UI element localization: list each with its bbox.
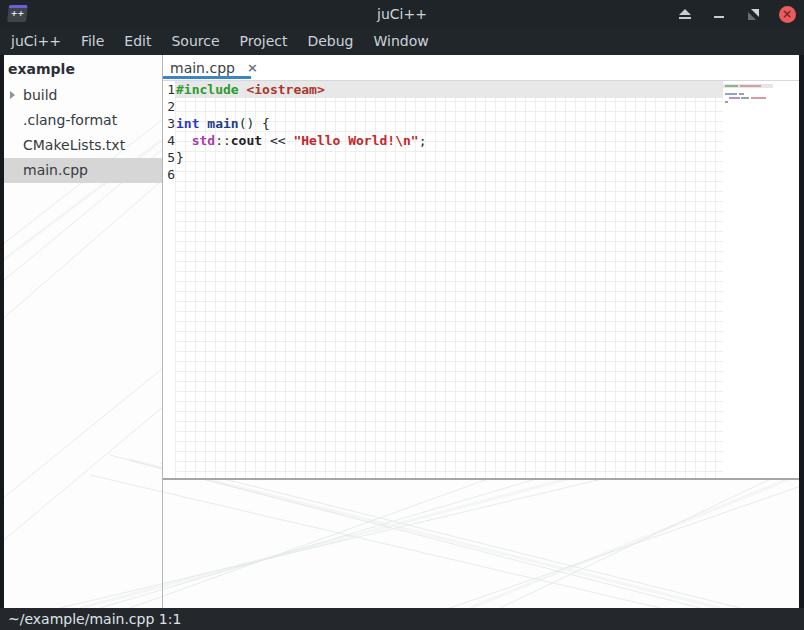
maximize-button[interactable] [744, 5, 762, 23]
maximize-icon [748, 9, 759, 20]
menu-item-debug[interactable]: Debug [297, 28, 363, 55]
line-number: 5 [163, 149, 175, 166]
code-text: #include <iostream> [175, 82, 325, 97]
status-file-position: ~/example/main.cpp 1:1 [8, 611, 181, 627]
active-tab-indicator [163, 76, 251, 79]
terminal-panel[interactable] [163, 480, 799, 608]
minimap-code-mark [741, 97, 749, 99]
file-tree-sidebar: example build.clang-formatCMakeLists.txt… [4, 55, 162, 608]
expander-icon[interactable] [10, 91, 15, 99]
shade-triangle-icon [679, 9, 691, 15]
editor-pane: main.cpp × 1#include <iostream>23int mai… [163, 55, 799, 608]
jucipp-window: ++ juCi++ × juCi++FileEditSourceProjectD… [0, 0, 804, 630]
project-name: example [4, 55, 162, 83]
close-icon: × [779, 6, 796, 23]
code-line-4[interactable]: 4 std::cout << "Hello World!\n"; [163, 132, 723, 149]
minimap-code-mark [739, 93, 744, 95]
minimize-button[interactable] [710, 5, 728, 23]
code-text [175, 167, 176, 182]
window-left-border [0, 55, 4, 608]
window-controls: × [676, 0, 796, 28]
app-logo-icon: ++ [7, 5, 28, 22]
content-area: example build.clang-formatCMakeLists.txt… [0, 55, 804, 608]
code-text: std::cout << "Hello World!\n"; [175, 133, 426, 148]
titlebar[interactable]: ++ juCi++ × [0, 0, 804, 28]
code-text: } [175, 150, 184, 165]
sidebar-splitter[interactable] [162, 55, 163, 608]
line-number: 3 [163, 115, 175, 132]
close-button[interactable]: × [778, 5, 796, 23]
tabbar: main.cpp × [163, 55, 799, 81]
tree-item-cmakelists-txt[interactable]: CMakeLists.txt [4, 133, 162, 158]
minimap-code-mark [740, 85, 761, 87]
code-text [175, 99, 176, 114]
line-number: 1 [163, 81, 175, 98]
tree-item-label: build [23, 87, 57, 103]
menu-item-juci[interactable]: juCi++ [1, 28, 71, 55]
tree-item-clang-format[interactable]: .clang-format [4, 108, 162, 133]
menubar: juCi++FileEditSourceProjectDebugWindow [0, 28, 804, 55]
menu-item-project[interactable]: Project [230, 28, 298, 55]
minimap-code-mark [751, 97, 766, 99]
line-number: 4 [163, 132, 175, 149]
tree-item-main-cpp[interactable]: main.cpp [4, 158, 162, 183]
menu-item-window[interactable]: Window [364, 28, 439, 55]
tab-label: main.cpp [170, 60, 235, 76]
shade-bar-icon [679, 17, 691, 19]
statusbar: ~/example/main.cpp 1:1 [0, 608, 804, 630]
minimap[interactable] [723, 81, 799, 478]
minimap-code-mark [725, 85, 738, 87]
tree-item-label: main.cpp [23, 162, 88, 178]
tab-close-icon[interactable]: × [247, 60, 258, 75]
tree-item-label: .clang-format [23, 112, 117, 128]
menu-item-file[interactable]: File [71, 28, 114, 55]
tree-item-label: CMakeLists.txt [23, 137, 125, 153]
minimap-code-mark [725, 101, 728, 103]
file-tree: build.clang-formatCMakeLists.txtmain.cpp [4, 83, 162, 183]
minimap-code-mark [725, 93, 737, 95]
menu-item-edit[interactable]: Edit [114, 28, 161, 55]
menu-item-source[interactable]: Source [161, 28, 229, 55]
minimize-icon [714, 16, 724, 18]
code-lines: 1#include <iostream>23int main() {4 std:… [163, 81, 723, 183]
shade-button[interactable] [676, 5, 694, 23]
code-line-3[interactable]: 3int main() { [163, 115, 723, 132]
minimap-code-mark [729, 97, 740, 99]
window-right-border [799, 55, 804, 608]
line-number: 6 [163, 166, 175, 183]
code-text: int main() { [175, 116, 270, 131]
code-line-1[interactable]: 1#include <iostream> [163, 81, 723, 98]
code-line-6[interactable]: 6 [163, 166, 723, 183]
code-line-2[interactable]: 2 [163, 98, 723, 115]
line-number: 2 [163, 98, 175, 115]
minimap-line-6 [723, 104, 799, 108]
tree-item-build[interactable]: build [4, 83, 162, 108]
source-editor[interactable]: 1#include <iostream>23int main() {4 std:… [163, 81, 799, 478]
code-line-5[interactable]: 5} [163, 149, 723, 166]
